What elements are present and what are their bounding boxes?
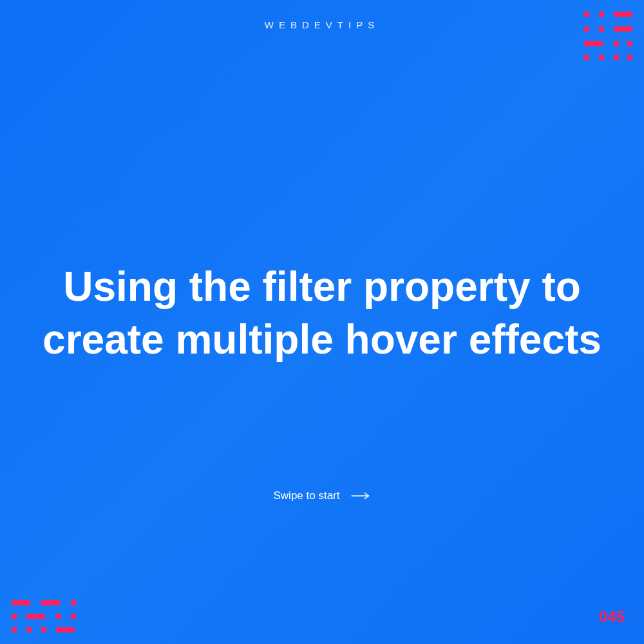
- svg-rect-20: [71, 614, 76, 619]
- svg-rect-1: [599, 12, 604, 17]
- svg-rect-12: [627, 55, 632, 60]
- page-title: Using the filter property to create mult…: [32, 261, 612, 366]
- decoration-bottom-left-icon: [12, 600, 79, 632]
- svg-rect-23: [41, 627, 46, 632]
- svg-rect-24: [56, 627, 75, 632]
- svg-rect-4: [599, 26, 604, 32]
- svg-rect-11: [614, 55, 619, 60]
- svg-rect-3: [584, 26, 589, 32]
- svg-rect-7: [614, 41, 619, 46]
- brand-label: WEBDEVTIPS: [265, 19, 379, 30]
- svg-rect-17: [12, 614, 17, 619]
- svg-rect-5: [614, 26, 632, 32]
- svg-rect-10: [599, 55, 604, 60]
- svg-rect-18: [26, 614, 45, 619]
- svg-rect-22: [26, 627, 32, 632]
- svg-rect-19: [56, 614, 61, 619]
- svg-rect-15: [41, 600, 60, 605]
- svg-rect-21: [12, 627, 17, 632]
- page-number: 045: [599, 608, 625, 626]
- svg-rect-16: [71, 600, 76, 605]
- arrow-right-icon: [352, 492, 371, 500]
- svg-rect-6: [584, 41, 603, 46]
- swipe-cta[interactable]: Swipe to start: [274, 489, 371, 502]
- svg-rect-2: [614, 12, 632, 17]
- decoration-top-right-icon: [584, 12, 632, 60]
- svg-rect-0: [584, 12, 589, 17]
- svg-rect-9: [584, 55, 589, 60]
- swipe-label: Swipe to start: [274, 489, 340, 502]
- svg-rect-8: [627, 41, 632, 46]
- svg-rect-14: [12, 600, 30, 605]
